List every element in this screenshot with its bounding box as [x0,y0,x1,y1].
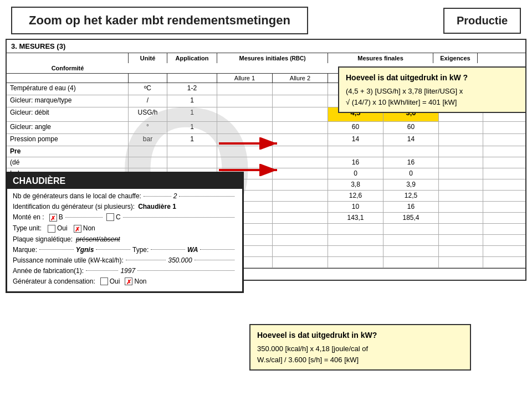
info-box-2: Hoeveel is dat uitgedrukt in kW? 350.000… [249,324,471,371]
label-pression: Pression pompe [7,134,129,146]
row-plaque: Plaque signalétique: présent/absent [13,235,237,243]
row-marque-type: Marque: Ygnis Type: WA [13,246,237,254]
col-application: Application [167,53,217,63]
col-unite: Unité [129,53,167,63]
arrow-pressure [216,164,283,176]
row-monte-en: Monté en : ✗ B C [13,213,237,222]
header-area: Zoom op het kader mbt rendementsmetingen… [0,0,532,39]
info2-line2: 350.000 [kcal/h] x 4,18 [joule/cal of [257,343,463,354]
row-puissance: Puissance nominale utile (kW-kcal/h): 35… [13,256,237,264]
checkbox-oui-empty [48,225,55,233]
info2-line1: Hoeveel is dat uitgedrukt in kW? [257,330,463,341]
col-exigences: Exigences [433,53,478,63]
col-empty [7,53,129,63]
row-type-unit: Type unit: Oui ✗ Non [13,224,237,233]
info1-line2: (4,5 + 3) [USG/h] x 3,78 [liter/USG] x [346,86,519,97]
chaudiere-box: CHAUDIÈRE Nb de générateurs dans le loca… [6,172,244,293]
checkbox-b-checked: ✗ [49,214,57,222]
checkbox-cond-oui [100,277,108,285]
chaudiere-body: Nb de générateurs dans le local de chauf… [7,189,242,291]
main-title: Zoom op het kader mbt rendementsmetingen [11,7,308,34]
col-conformite: Conformité [7,63,129,73]
checkbox-cond-non: ✗ [125,277,132,285]
chaudiere-title: CHAUDIÈRE [7,173,242,189]
col-mesures-finales: Mesures finales [328,53,433,63]
checkbox-non-checked: ✗ [74,225,81,233]
label-pre: Pre [7,146,129,157]
col-mesures-initiales: Mesures initiales (RBC) [217,53,328,63]
info1-line1: Hoeveel is dat uitgedrukt in kW ? [346,72,519,84]
row-annee: Année de fabrication(1): 1997 [13,267,237,275]
productie-label: Productie [443,8,521,34]
sub-allure2: Allure 2 [273,74,328,83]
row-condensation: Générateur à condensation: Oui ✗ Non [13,277,237,286]
row-nb-generateurs: Nb de générateurs dans le local de chauf… [13,192,237,200]
arrow-debit [216,137,283,150]
row-gicleur-angle: Gicleur: angle ° 1 60 60 [7,122,525,134]
info-box-1: Hoeveel is dat uitgedrukt in kW ? (4,5 +… [338,66,526,113]
label-de: (dé [7,157,129,168]
label-gicleur-angle: Gicleur: angle [7,122,129,133]
row-identification: Identification du générateur (si plusieu… [13,203,237,210]
label-gicleur-marque: Gicleur: marque/type [7,95,129,107]
label-temperature: Température d eau (4) [7,83,129,95]
main-container: Zoom op het kader mbt rendementsmetingen… [0,0,532,401]
info2-line3: W.s/cal] / 3.600 [s/h] = 406 [kW] [257,354,463,366]
info1-line3: √ (14/7) x 10 [kWh/liter] = 401 [kW] [346,97,519,108]
label-gicleur-debit: Gicleur: débit [7,107,129,121]
section-header: 3. MESURES (3) [7,40,525,53]
checkbox-c-empty [106,213,114,221]
sub-allure1: Allure 1 [217,74,273,83]
